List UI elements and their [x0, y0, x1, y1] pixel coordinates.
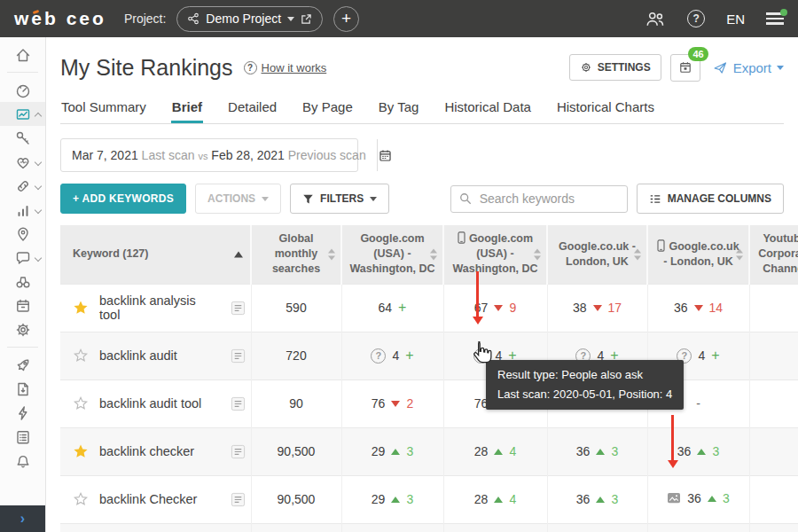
- add-rank-icon[interactable]: +: [405, 348, 413, 364]
- how-it-works-link[interactable]: ? How it works: [244, 61, 327, 74]
- users-icon[interactable]: [645, 10, 666, 27]
- external-link-icon[interactable]: [301, 13, 312, 25]
- sidebar-item-backlinks[interactable]: [0, 174, 45, 198]
- sort-icon[interactable]: [328, 248, 335, 260]
- sort-ascending-icon[interactable]: [234, 251, 243, 257]
- sidebar-item-local-pin[interactable]: [0, 222, 45, 246]
- column-header-keyword[interactable]: Keyword (127): [60, 225, 251, 284]
- sidebar-item-task-list[interactable]: [0, 425, 45, 449]
- tab-tool-summary[interactable]: Tool Summary: [60, 92, 147, 123]
- keyword-name[interactable]: backlink checker: [99, 444, 220, 458]
- add-rank-icon[interactable]: +: [711, 348, 719, 364]
- menu-icon[interactable]: [766, 12, 784, 25]
- rank-down-icon: [694, 305, 703, 311]
- rank-cell-content[interactable]: -: [696, 396, 700, 411]
- rank-cell-content[interactable]: 363: [576, 444, 618, 458]
- tab-historical-charts[interactable]: Historical Charts: [556, 92, 655, 123]
- monthly-searches-value: 720: [251, 332, 341, 379]
- keyword-name[interactable]: backlink Checker: [99, 492, 220, 506]
- sort-icon[interactable]: [534, 248, 541, 260]
- rank-cell-content[interactable]: 679: [474, 301, 516, 315]
- webceo-logo[interactable]: web ceo: [14, 8, 106, 29]
- sidebar-item-site-health[interactable]: [0, 150, 45, 174]
- sidebar-item-home[interactable]: [0, 43, 45, 66]
- sidebar-item-rocket[interactable]: [0, 353, 45, 377]
- filters-button[interactable]: FILTERS: [290, 184, 389, 214]
- sidebar-item-settings-gear[interactable]: [0, 317, 45, 341]
- sidebar-item-notifications-bell[interactable]: [0, 449, 45, 473]
- column-header-6[interactable]: Youtube Corporate Channel: [749, 225, 798, 284]
- actions-button[interactable]: ACTIONS: [195, 184, 281, 214]
- sidebar-item-keywords[interactable]: [0, 126, 45, 150]
- column-header-2[interactable]: Google.com (USA) - Washington, DC: [341, 225, 443, 284]
- rank-cell-content[interactable]: 64+: [379, 300, 407, 316]
- help-icon[interactable]: ?: [687, 10, 705, 27]
- rank-cell-content[interactable]: 363: [576, 492, 618, 506]
- settings-button[interactable]: SETTINGS: [569, 54, 661, 81]
- manage-columns-button[interactable]: MANAGE COLUMNS: [637, 184, 784, 214]
- rank-cell-content[interactable]: 293: [372, 492, 413, 506]
- calendar-picker-button[interactable]: [377, 139, 393, 171]
- rank-cell: 293: [341, 475, 443, 523]
- column-header-5[interactable]: Google.co.uk - London, UK: [647, 225, 749, 284]
- column-header-1[interactable]: Global monthly searches: [251, 225, 341, 284]
- rank-cell-content[interactable]: 363: [677, 444, 719, 458]
- no-rank-dash: -: [696, 396, 700, 411]
- add-keywords-button[interactable]: + ADD KEYWORDS: [60, 184, 186, 214]
- rank-cell-content[interactable]: 293: [372, 444, 413, 458]
- project-selector[interactable]: Demo Project: [176, 6, 323, 32]
- favorite-star-icon[interactable]: [73, 395, 89, 411]
- search-input[interactable]: [478, 191, 619, 207]
- favorite-star-icon[interactable]: [73, 348, 89, 364]
- rank-cell-content[interactable]: 363: [667, 491, 729, 505]
- sidebar-item-rankings[interactable]: [0, 102, 45, 126]
- sort-icon[interactable]: [736, 248, 743, 260]
- serp-snapshot-icon[interactable]: [231, 492, 246, 507]
- sidebar-item-lightning[interactable]: [0, 401, 45, 425]
- sort-icon[interactable]: [430, 248, 437, 260]
- favorite-star-icon[interactable]: [73, 443, 89, 459]
- rank-cell-content[interactable]: 3817: [573, 301, 622, 315]
- export-button[interactable]: Export: [713, 60, 784, 75]
- sidebar-item-traffic[interactable]: [0, 198, 45, 222]
- tab-historical-data[interactable]: Historical Data: [443, 92, 532, 123]
- rank-cell-content[interactable]: 762: [372, 396, 413, 411]
- tab-by-tag[interactable]: By Tag: [378, 92, 420, 123]
- sidebar-item-competitors-binoculars[interactable]: [0, 270, 45, 293]
- rank-cell-content[interactable]: 3614: [674, 301, 723, 315]
- image-result-icon[interactable]: [667, 492, 681, 505]
- sidebar-item-pdf-report[interactable]: [0, 377, 45, 401]
- rank-cell-content[interactable]: 284: [474, 444, 516, 458]
- tab-detailed[interactable]: Detailed: [227, 92, 278, 123]
- add-project-button[interactable]: +: [333, 6, 359, 32]
- tab-by-page[interactable]: By Page: [301, 92, 354, 123]
- sidebar-item-scan-calendar[interactable]: [0, 293, 45, 317]
- column-header-3[interactable]: Google.com (USA) - Washington, DC: [443, 225, 547, 284]
- favorite-star-icon[interactable]: [73, 300, 89, 316]
- serp-snapshot-icon[interactable]: [231, 301, 246, 316]
- search-box[interactable]: [450, 185, 628, 213]
- sidebar-item-social-chat[interactable]: [0, 246, 45, 270]
- tab-brief[interactable]: Brief: [171, 92, 203, 123]
- keyword-name[interactable]: backlink audit: [99, 348, 220, 363]
- people-also-ask-icon[interactable]: ?: [371, 348, 386, 364]
- rank-change-value: 3: [611, 444, 618, 458]
- scan-schedule-button[interactable]: 46: [670, 54, 700, 82]
- date-range-selector[interactable]: Mar 7, 2021 Last scan vs Feb 28, 2021 Pr…: [60, 138, 358, 172]
- sidebar-expand-button[interactable]: ›: [0, 505, 45, 532]
- rank-cell: 3614: [647, 284, 749, 332]
- serp-snapshot-icon[interactable]: [231, 396, 246, 411]
- sidebar-item-dashboard[interactable]: [0, 78, 45, 102]
- sort-icon[interactable]: [634, 248, 641, 260]
- favorite-star-icon[interactable]: [73, 491, 89, 507]
- column-header-4[interactable]: Google.co.uk - London, UK: [547, 225, 647, 284]
- serp-snapshot-icon[interactable]: [231, 348, 246, 364]
- keyword-name[interactable]: backlink audit tool: [99, 396, 220, 411]
- language-selector[interactable]: EN: [726, 12, 745, 27]
- keyword-name[interactable]: backlink analysis tool: [99, 293, 220, 322]
- rank-cell-content[interactable]: ?4+: [371, 348, 413, 364]
- add-rank-icon[interactable]: +: [398, 300, 406, 316]
- rank-value: 4: [698, 348, 705, 363]
- serp-snapshot-icon[interactable]: [231, 444, 246, 459]
- rank-cell-content[interactable]: 284: [474, 492, 516, 506]
